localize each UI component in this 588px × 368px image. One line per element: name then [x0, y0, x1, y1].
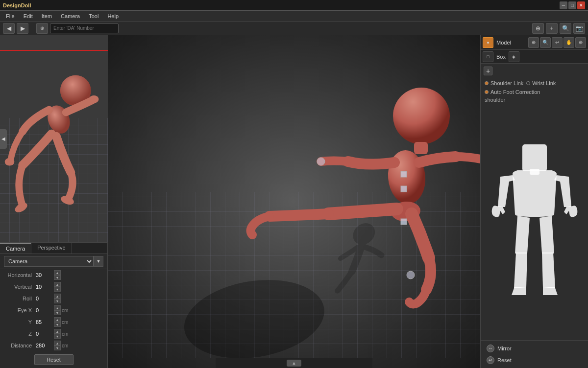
z-label: Z [4, 331, 36, 337]
model-label: Model [494, 40, 513, 46]
maximize-button[interactable]: □ [568, 1, 576, 9]
roll-label: Roll [4, 296, 36, 301]
z-unit: cm [62, 331, 68, 337]
y-down[interactable]: ▼ [54, 322, 61, 327]
distance-row: Distance 280 ▲ ▼ cm [0, 340, 107, 351]
horizontal-spinners: ▲ ▼ [54, 270, 61, 280]
titlebar: DesignDoll ─ □ ✕ [0, 0, 588, 11]
menu-item[interactable]: Item [38, 12, 56, 20]
right-panel: ● Model ⊕ 🔍 ↩ ✋ ⊕ □ Box ◈ + Shoulder Lin… [480, 35, 588, 368]
svg-point-5 [89, 95, 99, 103]
preview-viewport[interactable]: ◀ [0, 35, 108, 243]
add-button[interactable]: + [484, 67, 492, 75]
right-subtoolbar: □ Box ◈ [481, 50, 588, 64]
svg-point-8 [393, 88, 450, 144]
collapse-arrow[interactable]: ◀ [0, 129, 7, 149]
shoulder-detection-area: shoulder [481, 97, 588, 103]
forward-button[interactable]: ▶ [17, 23, 28, 34]
y-up[interactable]: ▲ [54, 317, 61, 322]
y-unit: cm [62, 320, 68, 325]
menubar: File Edit Item Camera Tool Help [0, 11, 588, 22]
svg-point-11 [317, 158, 325, 165]
model-icon[interactable]: ● [483, 37, 493, 48]
horizontal-row: Horizontal 30 ▲ ▼ [0, 269, 107, 281]
right-toolbar: ● Model ⊕ 🔍 ↩ ✋ ⊕ [481, 35, 588, 50]
svg-rect-14 [401, 171, 407, 177]
option-wrist-link: Wrist Link [526, 80, 556, 86]
menu-edit[interactable]: Edit [20, 12, 37, 20]
wrist-dot[interactable] [526, 81, 530, 85]
distance-down[interactable]: ▼ [54, 345, 61, 350]
eyex-down[interactable]: ▼ [54, 310, 61, 315]
roll-down[interactable]: ▼ [54, 299, 61, 303]
tab-camera[interactable]: Camera [0, 243, 31, 253]
toolbar-search[interactable]: 🔍 [560, 23, 571, 34]
back-button[interactable]: ◀ [3, 23, 15, 34]
roll-up[interactable]: ▲ [54, 294, 61, 299]
reset-button[interactable]: ↩ Reset [483, 354, 586, 366]
mirror-icon: ↔ [487, 345, 494, 352]
eyex-value: 0 [36, 307, 53, 313]
z-down[interactable]: ▼ [54, 334, 61, 339]
horizontal-up[interactable]: ▲ [54, 270, 61, 275]
toolbar-icon3[interactable]: + [546, 23, 558, 34]
distance-up[interactable]: ▲ [54, 341, 61, 345]
roll-spinners: ▲ ▼ [54, 294, 61, 303]
rt-btn1[interactable]: ⊕ [528, 37, 539, 48]
vertical-spinners: ▲ ▼ [54, 282, 61, 292]
menu-tool[interactable]: Tool [85, 12, 102, 20]
vertical-value: 10 [36, 284, 53, 290]
svg-rect-15 [401, 186, 407, 192]
eyex-row: Eye X 0 ▲ ▼ cm [0, 304, 107, 316]
options-row: Shoulder Link Wrist Link Auto Foot Corre… [481, 78, 588, 97]
menu-help[interactable]: Help [103, 12, 122, 20]
cube-icon[interactable]: ◈ [509, 51, 519, 62]
svg-rect-9 [414, 142, 428, 154]
menu-file[interactable]: File [2, 12, 19, 20]
right-bottom: ↔ Mirror ↩ Reset [481, 340, 588, 368]
box-label: Box [494, 54, 508, 60]
eyex-spinners: ▲ ▼ [54, 305, 61, 315]
minimize-button[interactable]: ─ [560, 1, 567, 9]
rt-btn5[interactable]: ⊕ [575, 37, 586, 48]
vertical-down[interactable]: ▼ [54, 287, 61, 292]
z-up[interactable]: ▲ [54, 329, 61, 334]
option-auto-foot: Auto Foot Correction [485, 89, 584, 95]
y-value: 85 [36, 319, 53, 325]
mirror-button[interactable]: ↔ Mirror [483, 343, 586, 354]
mirror-label: Mirror [497, 345, 512, 351]
option-shoulder-link: Shoulder Link [485, 80, 523, 86]
rt-btn2[interactable]: 🔍 [540, 37, 551, 48]
body-parts-diagram[interactable] [481, 103, 588, 340]
camera-reset-button[interactable]: Reset [34, 354, 74, 365]
shoulder-dot[interactable] [485, 81, 489, 85]
vertical-up[interactable]: ▲ [54, 282, 61, 287]
center-viewport[interactable]: ▲ [108, 35, 480, 368]
camera-select[interactable]: Camera [4, 256, 94, 267]
auto-foot-dot[interactable] [485, 90, 489, 94]
window-controls: ─ □ ✕ [560, 1, 585, 9]
horizontal-value: 30 [36, 272, 53, 278]
rt-btn4[interactable]: ✋ [564, 37, 574, 48]
tab-bar: Camera Perspective [0, 243, 107, 254]
z-row: Z 0 ▲ ▼ cm [0, 328, 107, 340]
close-button[interactable]: ✕ [577, 1, 585, 9]
cam-dropdown-arrow[interactable]: ▼ [94, 256, 103, 267]
shoulder-label: shoulder [485, 97, 505, 103]
box-icon[interactable]: □ [483, 51, 493, 62]
toolbar-icon1[interactable]: ⊕ [36, 23, 48, 34]
roll-value: 0 [36, 296, 53, 301]
rt-btn3[interactable]: ↩ [552, 37, 563, 48]
toolbar: ◀ ▶ ⊕ ⊕ + 🔍 📷 [0, 22, 588, 35]
z-spinners: ▲ ▼ [54, 329, 61, 339]
toolbar-icon2[interactable]: ⊕ [532, 23, 544, 34]
tab-perspective[interactable]: Perspective [31, 243, 72, 253]
eyex-up[interactable]: ▲ [54, 305, 61, 310]
toolbar-camera[interactable]: 📷 [573, 23, 585, 34]
horizontal-down[interactable]: ▼ [54, 275, 61, 280]
svg-rect-16 [401, 219, 407, 225]
bottom-expand-arrow[interactable]: ▲ [287, 360, 301, 367]
da-number-input[interactable] [50, 23, 119, 33]
menu-camera[interactable]: Camera [57, 12, 84, 20]
distance-unit: cm [62, 343, 68, 348]
